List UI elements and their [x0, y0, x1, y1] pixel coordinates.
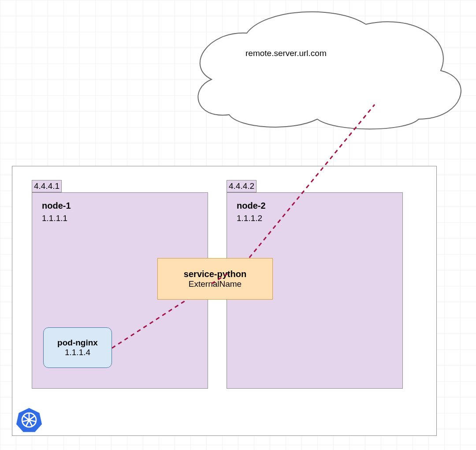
node-1-name: node-1	[42, 201, 198, 211]
node-2-name: node-2	[237, 201, 393, 211]
node2-external-ip: 4.4.4.2	[227, 180, 257, 192]
diagram-canvas: remote.server.url.com pod-python 4.4.4.1…	[0, 0, 476, 450]
node1-external-ip: 4.4.4.1	[32, 180, 62, 192]
service-name: service-python	[184, 269, 246, 279]
pod-python: pod-python	[342, 63, 409, 105]
node-2-internal-ip: 1.1.1.2	[237, 214, 393, 223]
service-python: service-python ExternalName	[157, 258, 273, 300]
pod-nginx: pod-nginx 1.1.1.4	[43, 327, 112, 368]
node-1-internal-ip: 1.1.1.1	[42, 214, 198, 223]
pod-nginx-ip: 1.1.1.4	[65, 348, 90, 357]
pod-python-name: pod-python	[353, 79, 399, 89]
cloud-icon	[198, 12, 461, 129]
kubernetes-icon	[16, 407, 42, 433]
cloud-label: remote.server.url.com	[245, 49, 327, 58]
service-type: ExternalName	[189, 279, 242, 289]
pod-nginx-name: pod-nginx	[57, 338, 98, 348]
